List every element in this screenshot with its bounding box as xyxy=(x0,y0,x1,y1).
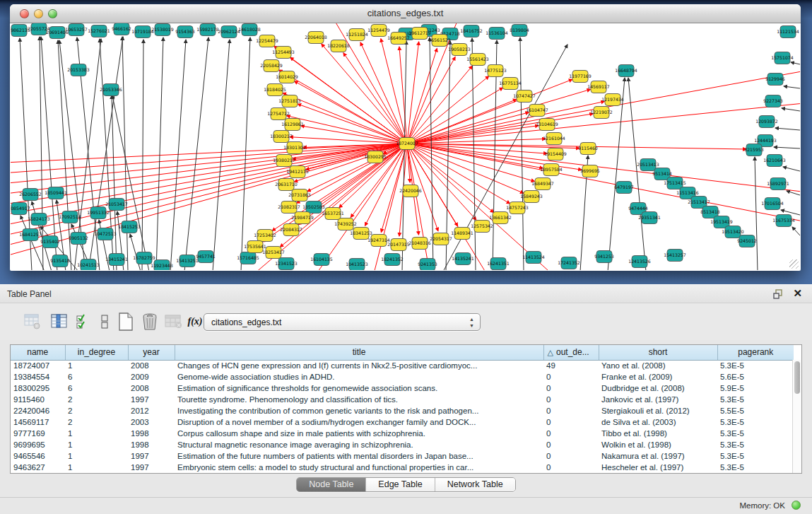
graph-node-teal[interactable]: 13415241 xyxy=(105,254,128,266)
table-cell[interactable]: Changes of HCN gene expression and I(f) … xyxy=(175,360,543,371)
citation-edge[interactable] xyxy=(241,37,250,270)
column-header-in_degree[interactable]: in_degree xyxy=(65,345,128,360)
citation-edge-red[interactable] xyxy=(290,57,407,144)
table-cell[interactable]: 5.3E-5 xyxy=(717,428,794,439)
citation-edge[interactable] xyxy=(792,227,800,235)
graph-node-yellow[interactable]: 15849243 xyxy=(520,191,543,203)
float-panel-icon[interactable] xyxy=(773,289,784,299)
graph-hub-node[interactable]: 18724007 xyxy=(396,138,418,150)
new-table-icon[interactable] xyxy=(116,312,136,332)
graph-node-teal[interactable]: 17241352 xyxy=(558,257,580,269)
table-cell[interactable]: Franke et al. (2009) xyxy=(599,371,717,382)
table-cell[interactable]: 9699695 xyxy=(11,439,65,450)
graph-node-yellow[interactable]: 16649257 xyxy=(387,33,410,45)
citation-edge[interactable] xyxy=(774,147,800,148)
graph-node-teal[interactable]: 10719184 xyxy=(131,26,154,38)
graph-node-teal[interactable]: 17092514 xyxy=(59,211,81,223)
graph-node-teal[interactable]: 12341523 xyxy=(275,258,298,270)
graph-node-yellow[interactable]: 16849347 xyxy=(531,178,554,190)
graph-node-yellow[interactable]: 21048316 xyxy=(408,238,431,250)
graph-node-teal[interactable]: 16782759 xyxy=(133,252,155,264)
graph-node-teal[interactable]: 29351341 xyxy=(638,212,661,224)
graph-node-yellow[interactable]: 16561523 xyxy=(428,35,451,47)
table-cell[interactable]: 0 xyxy=(543,439,599,450)
graph-node-yellow[interactable]: 16129861 xyxy=(281,119,304,131)
graph-node-teal[interactable]: 14618028 xyxy=(238,24,261,36)
graph-node-teal[interactable]: 17016504 xyxy=(761,198,784,210)
table-row[interactable]: 969969511998Structural magnetic resonanc… xyxy=(11,439,794,450)
table-cell[interactable]: Corpus callosum shape and size in male p… xyxy=(175,428,543,439)
graph-node-yellow[interactable]: 10747427 xyxy=(513,90,536,103)
graph-node-yellow[interactable]: 12754712 xyxy=(267,108,290,120)
table-cell[interactable]: Jankovic et al. (1997) xyxy=(599,394,717,405)
table-cell[interactable]: 6 xyxy=(65,371,128,382)
graph-node-teal[interactable]: 9341253 xyxy=(594,251,614,263)
table-cell[interactable]: 9463627 xyxy=(11,462,65,473)
graph-node-yellow[interactable]: 12575342 xyxy=(471,221,493,233)
graph-node-teal[interactable]: 15413257 xyxy=(664,250,686,262)
graph-node-teal[interactable]: 15276021 xyxy=(88,25,110,37)
table-cell[interactable]: 1997 xyxy=(128,462,175,473)
citation-edge-red[interactable] xyxy=(407,144,534,182)
citation-edge[interactable] xyxy=(41,37,57,270)
table-row[interactable]: 977716911998Corpus callosum shape and si… xyxy=(11,428,794,439)
table-cell[interactable]: 1 xyxy=(65,360,128,371)
graph-node-teal[interactable]: 16241351 xyxy=(487,258,510,270)
column-header-pagerank[interactable]: pagerank xyxy=(717,345,794,360)
graph-node-yellow[interactable]: 18220618 xyxy=(327,40,350,52)
window-resize-grip[interactable] xyxy=(789,259,799,269)
table-cell[interactable]: 9115460 xyxy=(11,394,65,405)
select-columns-icon[interactable] xyxy=(73,312,93,332)
table-cell[interactable]: 0 xyxy=(543,462,599,473)
graph-node-yellow[interactable]: 21984719 xyxy=(291,212,314,224)
table-cell[interactable]: 1 xyxy=(65,450,128,462)
table-cell[interactable]: 14569117 xyxy=(11,416,65,428)
table-cell[interactable]: 5.3E-5 xyxy=(717,394,794,405)
table-cell[interactable]: de Silva et al. (2003) xyxy=(599,416,717,428)
graph-node-yellow[interactable]: 14569117 xyxy=(587,81,610,93)
table-cell[interactable]: 1 xyxy=(65,428,128,439)
table-cell[interactable]: 6 xyxy=(65,382,128,394)
graph-node-yellow[interactable]: 11254493 xyxy=(272,47,295,59)
citation-edge-red[interactable] xyxy=(407,48,800,144)
table-cell[interactable]: 19384554 xyxy=(11,371,65,382)
graph-node-teal[interactable]: 9135402 xyxy=(40,236,60,248)
column-header-short[interactable]: short xyxy=(599,345,717,360)
table-cell[interactable]: 0 xyxy=(543,394,599,405)
close-panel-icon[interactable]: ✕ xyxy=(793,288,802,299)
citation-edge[interactable] xyxy=(787,191,800,195)
column-header-year[interactable]: year xyxy=(128,345,175,360)
table-cell[interactable]: Tibbo et al. (1998) xyxy=(599,428,717,439)
graph-node-yellow[interactable]: 22064018 xyxy=(305,32,327,44)
graph-node-yellow[interactable]: 9115460 xyxy=(578,143,598,155)
graph-node-teal[interactable]: 18416752 xyxy=(460,25,483,37)
table-cell[interactable]: Investigating the contribution of common… xyxy=(175,405,543,416)
graph-node-teal[interactable]: 9129946 xyxy=(765,74,785,86)
citation-edge-red[interactable] xyxy=(407,126,539,144)
citation-edge[interactable] xyxy=(430,37,433,270)
graph-node-teal[interactable]: 20854917 xyxy=(11,203,30,215)
table-cell[interactable]: 0 xyxy=(543,371,599,382)
graph-node-yellow[interactable]: 12197434 xyxy=(601,94,624,106)
graph-node-yellow[interactable]: 18957584 xyxy=(540,164,563,176)
table-cell[interactable]: 1 xyxy=(65,462,128,473)
table-cell[interactable]: 5.5E-5 xyxy=(717,405,794,416)
table-cell[interactable]: Estimation of the future numbers of pati… xyxy=(175,450,543,462)
graph-node-teal[interactable]: 20962124 xyxy=(218,26,240,38)
table-cell[interactable]: Structural magnetic resonance image aver… xyxy=(175,439,543,450)
table-cell[interactable]: 1998 xyxy=(128,439,175,450)
graph-node-yellow[interactable]: 22084317 xyxy=(280,224,302,236)
table-cell[interactable]: Disruption of a novel member of a sodium… xyxy=(175,416,543,428)
graph-node-yellow[interactable]: 18341253 xyxy=(350,228,372,240)
graph-node-yellow[interactable]: 12161044 xyxy=(543,133,565,145)
graph-node-teal[interactable]: 16648794 xyxy=(615,65,637,77)
graph-node-teal[interactable]: 21053346 xyxy=(100,84,122,96)
table-cell[interactable]: Yano et al. (2008) xyxy=(599,360,717,371)
graph-node-teal[interactable]: 10653257 xyxy=(65,24,88,36)
table-cell[interactable]: 5.3E-5 xyxy=(717,439,794,450)
graph-node-yellow[interactable]: 22420046 xyxy=(399,185,422,197)
network-canvas[interactable]: 1986213522055724206914061065325715276021… xyxy=(11,23,800,270)
graph-node-teal[interactable]: 12413526 xyxy=(628,256,651,268)
citation-edge[interactable] xyxy=(783,167,800,171)
graph-node-yellow[interactable]: 12254479 xyxy=(256,35,278,47)
